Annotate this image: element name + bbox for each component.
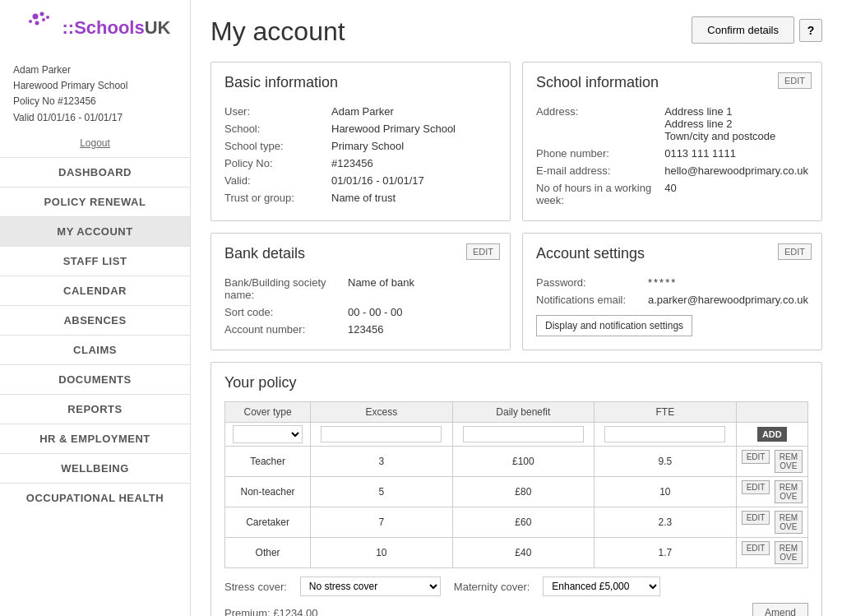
bank-details-title: Bank details bbox=[224, 245, 497, 262]
maternity-cover-label: Maternity cover: bbox=[454, 581, 530, 593]
user-policy: Policy No #123456 bbox=[13, 94, 177, 109]
sidebar-item-my-account[interactable]: MY ACCOUNT bbox=[0, 216, 190, 246]
policy-bottom-row: Stress cover: No stress cover Basic stre… bbox=[224, 577, 808, 596]
daily-benefit-cell: £60 bbox=[452, 507, 594, 538]
remove-nonteacher-button[interactable]: REMOVE bbox=[775, 480, 803, 503]
table-row: Trust or group:Name of trust bbox=[224, 189, 497, 206]
cover-type-select[interactable]: Teacher Non-teacher Caretaker Other bbox=[233, 425, 303, 443]
password-value: ***** bbox=[648, 276, 677, 289]
field-value: Adam Parker bbox=[331, 103, 497, 120]
fte-input[interactable] bbox=[604, 426, 725, 442]
sidebar-item-absences[interactable]: ABSENCES bbox=[0, 305, 190, 335]
field-label: Valid: bbox=[224, 172, 331, 189]
user-info: Adam Parker Harewood Primary School Poli… bbox=[0, 63, 190, 134]
premium-label: Premium: £1234.00 bbox=[224, 607, 317, 617]
field-value: Name of bank bbox=[348, 274, 497, 303]
remove-other-button[interactable]: REMOVE bbox=[775, 541, 803, 564]
sidebar-item-documents[interactable]: DOCUMENTS bbox=[0, 364, 190, 394]
policy-row-nonteacher: Non-teacher 5 £80 10 EDIT REMOVE bbox=[225, 477, 808, 507]
field-value: Primary School bbox=[331, 137, 497, 155]
policy-row-teacher: Teacher 3 £100 9.5 EDIT REMOVE bbox=[225, 447, 808, 477]
sidebar-item-reports[interactable]: REPORTS bbox=[0, 394, 190, 424]
sidebar-item-dashboard[interactable]: DASHBOARD bbox=[0, 157, 190, 187]
account-settings-edit-button[interactable]: EDIT bbox=[778, 243, 812, 260]
field-label: School: bbox=[224, 120, 331, 137]
svg-point-3 bbox=[29, 20, 32, 23]
account-settings-title: Account settings bbox=[536, 245, 808, 262]
table-row: Phone number:0113 111 1111 bbox=[536, 145, 808, 162]
add-row-button[interactable]: ADD bbox=[757, 427, 787, 442]
sidebar-item-wellbeing[interactable]: WELLBEING bbox=[0, 453, 190, 483]
edit-nonteacher-button[interactable]: EDIT bbox=[742, 480, 770, 494]
premium-row: Premium: £1234.00 Amend bbox=[224, 603, 808, 616]
user-valid: Valid 01/01/16 - 01/01/17 bbox=[13, 110, 177, 126]
user-name: Adam Parker bbox=[13, 63, 177, 78]
excess-input[interactable] bbox=[321, 426, 442, 442]
edit-other-button[interactable]: EDIT bbox=[742, 541, 770, 555]
sidebar-item-staff-list[interactable]: STAFF LIST bbox=[0, 246, 190, 276]
svg-point-0 bbox=[33, 14, 39, 20]
field-value: ***** bbox=[648, 274, 808, 291]
sidebar-item-claims[interactable]: CLAIMS bbox=[0, 335, 190, 364]
cover-type-input-cell[interactable]: Teacher Non-teacher Caretaker Other bbox=[225, 423, 311, 447]
logout-link[interactable]: Logout bbox=[80, 137, 110, 149]
cover-type-cell: Non-teacher bbox=[225, 477, 311, 507]
maternity-cover-select[interactable]: Enhanced £5,000 Standard £2,500 None bbox=[543, 577, 660, 596]
table-row: Account number:123456 bbox=[224, 321, 497, 338]
edit-caretaker-button[interactable]: EDIT bbox=[742, 511, 770, 525]
table-row: School type:Primary School bbox=[224, 137, 497, 155]
sidebar-item-calendar[interactable]: CALENDAR bbox=[0, 276, 190, 305]
stress-cover-select[interactable]: No stress cover Basic stress cover Enhan… bbox=[300, 577, 441, 596]
amend-button[interactable]: Amend bbox=[752, 603, 808, 616]
cover-type-cell: Teacher bbox=[225, 447, 311, 477]
cover-type-cell: Other bbox=[225, 538, 311, 568]
field-label: Account number: bbox=[224, 321, 348, 338]
logo-schools: ::Schools bbox=[62, 17, 144, 38]
excess-input-cell[interactable] bbox=[311, 423, 453, 447]
user-school: Harewood Primary School bbox=[13, 78, 177, 94]
field-value: 00 - 00 - 00 bbox=[348, 303, 497, 321]
field-label: School type: bbox=[224, 137, 331, 155]
logo-icon bbox=[19, 8, 58, 48]
sidebar: ::SchoolsUK Adam Parker Harewood Primary… bbox=[0, 0, 191, 616]
svg-point-4 bbox=[42, 18, 45, 21]
edit-teacher-button[interactable]: EDIT bbox=[742, 450, 770, 464]
sidebar-item-policy-renewal[interactable]: POLICY RENEWAL bbox=[0, 187, 190, 216]
table-row: Policy No:#123456 bbox=[224, 155, 497, 172]
row-actions-cell: EDIT REMOVE bbox=[736, 538, 807, 568]
remove-caretaker-button[interactable]: REMOVE bbox=[775, 511, 803, 534]
account-settings-table: Password: ***** Notifications email: a.p… bbox=[536, 274, 808, 308]
basic-info-title: Basic information bbox=[224, 74, 497, 91]
excess-cell: 3 bbox=[311, 447, 453, 477]
address-line2: Address line 2 bbox=[664, 118, 732, 130]
remove-teacher-button[interactable]: REMOVE bbox=[775, 450, 803, 473]
sidebar-item-occupational-health[interactable]: OCCUPATIONAL HEALTH bbox=[0, 483, 190, 512]
logo-uk: UK bbox=[145, 17, 171, 38]
fte-cell: 1.7 bbox=[594, 538, 737, 568]
excess-cell: 10 bbox=[311, 538, 453, 568]
svg-point-1 bbox=[40, 12, 44, 16]
basic-info-table: User:Adam Parker School:Harewood Primary… bbox=[224, 103, 497, 206]
sidebar-item-hr-employment[interactable]: HR & EMPLOYMENT bbox=[0, 424, 190, 453]
field-value: 0113 111 1111 bbox=[664, 145, 808, 162]
col-actions bbox=[736, 402, 807, 423]
confirm-details-button[interactable]: Confirm details bbox=[692, 16, 794, 44]
bank-details-edit-button[interactable]: EDIT bbox=[466, 243, 500, 260]
fte-input-cell[interactable] bbox=[594, 423, 737, 447]
fte-cell: 10 bbox=[594, 477, 737, 507]
field-label: No of hours in a working week: bbox=[536, 179, 664, 209]
col-daily-benefit: Daily benefit bbox=[452, 402, 594, 423]
help-button[interactable]: ? bbox=[799, 19, 822, 42]
field-label: Phone number: bbox=[536, 145, 664, 162]
policy-add-row: Teacher Non-teacher Caretaker Other ADD bbox=[225, 423, 808, 447]
address-line1: Address line 1 bbox=[664, 105, 732, 118]
panels-row-2: Bank details EDIT Bank/Building society … bbox=[210, 233, 822, 350]
policy-table: Cover type Excess Daily benefit FTE Teac… bbox=[224, 401, 808, 568]
daily-benefit-input-cell[interactable] bbox=[452, 423, 594, 447]
add-btn-cell[interactable]: ADD bbox=[736, 423, 807, 447]
school-info-edit-button[interactable]: EDIT bbox=[778, 72, 812, 89]
row-actions-cell: EDIT REMOVE bbox=[736, 447, 807, 477]
daily-benefit-input[interactable] bbox=[463, 426, 584, 442]
display-notification-settings-button[interactable]: Display and notification settings bbox=[536, 315, 692, 336]
field-value: 40 bbox=[664, 179, 808, 209]
